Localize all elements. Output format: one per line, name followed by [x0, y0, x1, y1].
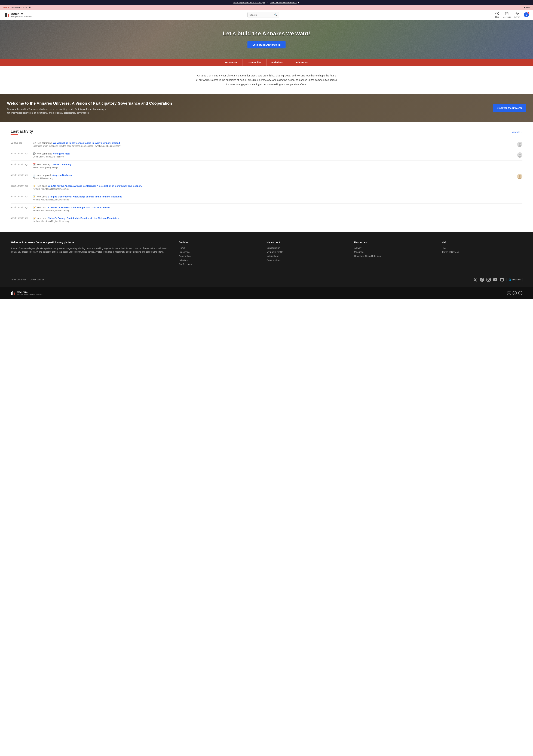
view-all-link[interactable]: View all →	[512, 131, 522, 133]
activity-subtitle-1: Community Composting Initiative	[33, 155, 514, 158]
twitter-icon[interactable]	[473, 278, 477, 282]
assemblies-space-link[interactable]: Go to the Assemblies space!	[270, 1, 296, 4]
activity-link-4[interactable]: Join Us for the Annares Annual Conferenc…	[48, 185, 143, 187]
language-selector[interactable]: 🌐 English ▾	[507, 278, 522, 282]
footer-tos-link[interactable]: Terms of Service	[11, 279, 26, 281]
footer-link-faq[interactable]: FAQ	[442, 247, 522, 249]
activity-type-line-5: 📝 New post: Bridging Generations: Knowle…	[33, 195, 514, 198]
post-icon-4: 📝	[33, 185, 36, 187]
edit-button[interactable]: Edit ✏	[524, 6, 530, 9]
comment-icon-0: 💬	[33, 142, 36, 144]
search-bar[interactable]: 🔍	[247, 12, 279, 17]
activity-avatar-2	[517, 163, 522, 168]
logo-area[interactable]: decidim free open-source democracy	[4, 12, 32, 17]
footer-link-configuration[interactable]: Configuration	[266, 247, 347, 249]
activity-time-4: about 1 month ago	[11, 185, 30, 187]
footer-logo-text-area: decidim Website made with free software …	[17, 291, 44, 296]
footer-link-initiatives[interactable]: Initiatives	[179, 259, 260, 261]
activity-icon	[515, 12, 519, 15]
hero-btn-icon: ⊞	[278, 43, 281, 46]
dashboard-menu-icon[interactable]: ☰	[29, 6, 31, 9]
meetings-label: Meetings	[503, 16, 511, 18]
nav-processes[interactable]: Processes	[220, 59, 243, 67]
footer-logo-icon	[11, 291, 15, 296]
footer-logo-area: decidim Website made with free software …	[11, 291, 44, 296]
footer-link-profile[interactable]: My public profile	[266, 251, 347, 253]
admin-dashboard-label[interactable]: Admin dashboard	[11, 6, 27, 9]
banner-arrow: ▶	[298, 1, 300, 4]
activity-avatar-5	[517, 195, 522, 201]
footer-link-activity[interactable]: Activity	[354, 247, 435, 249]
svg-rect-1	[6, 13, 7, 17]
instagram-icon[interactable]	[487, 278, 491, 282]
activity-nav-item[interactable]: Activity	[514, 12, 520, 18]
github-icon[interactable]	[500, 278, 504, 282]
cc-by-icon: ⊕	[513, 291, 517, 295]
footer-link-conferences[interactable]: Conferences	[179, 263, 260, 265]
activity-time-6: about 1 month ago	[11, 206, 30, 208]
activity-content-0: 💬 New comment: We would like to have che…	[33, 142, 514, 147]
footer-link-opendata[interactable]: Download Open Data files	[354, 255, 435, 257]
activity-subtitle-2: Sedep Participatory Budget	[33, 166, 514, 169]
activity-time-0: 12 days ago	[11, 142, 30, 144]
footer-decidim-col: Decidim Home Processes Assemblies Initia…	[179, 241, 260, 267]
footer-link-notifications[interactable]: Notifications	[266, 255, 347, 257]
activity-link-0[interactable]: We would like to have chess tables in ev…	[53, 142, 121, 144]
activity-section: Last activity View all → 12 days ago 💬 N…	[0, 122, 533, 232]
footer-link-conversations[interactable]: Conversations	[266, 259, 347, 261]
hero-section: Let's build the Annares we want! Let's b…	[0, 20, 533, 59]
help-label: Help	[495, 16, 499, 18]
meetings-nav-item[interactable]: Meetings	[503, 12, 511, 18]
activity-link-1[interactable]: Very good idea!	[53, 152, 70, 155]
footer-social: 🌐 English ▾	[473, 278, 522, 282]
activity-link-2[interactable]: Disctrit 2 meeting	[52, 163, 71, 166]
activity-link-5[interactable]: Bridging Generations: Knowledge Sharing …	[48, 195, 122, 198]
footer-link-tos[interactable]: Terms of Service	[442, 251, 522, 253]
facebook-icon[interactable]	[480, 278, 484, 282]
activity-link-3[interactable]: Augusta Bechtelar	[52, 174, 72, 176]
activity-title: Last activity	[11, 129, 33, 135]
activity-link-7[interactable]: Nature's Bounty: Sustainable Practices i…	[48, 217, 119, 220]
activity-type-line-3: 📄 New proposal: Augusta Bechtelar	[33, 174, 514, 176]
admin-bar: Admin Admin dashboard ☰ Edit ✏	[0, 5, 533, 10]
universe-section: Welcome to the Annares Universe: A Visio…	[0, 94, 533, 122]
activity-avatar-7	[517, 217, 522, 222]
nav-conferences[interactable]: Conferences	[288, 59, 313, 67]
nav-initiatives[interactable]: Initiatives	[266, 59, 288, 67]
activity-content-6: 📝 New post: Artisans of Annares: Celebra…	[33, 206, 514, 212]
search-input[interactable]	[249, 14, 273, 16]
hero-title: Let's build the Annares we want!	[223, 30, 310, 37]
footer-link-home[interactable]: Home	[179, 247, 260, 249]
nav-assemblies[interactable]: Assemblies	[243, 59, 266, 67]
footer-bottom: Terms of Service Cookie settings	[11, 274, 522, 282]
footer-cookie-link[interactable]: Cookie settings	[30, 279, 44, 281]
hero-cta-button[interactable]: Let's build Annares ⊞	[247, 41, 285, 48]
description-text: Annares Commons is your planetary platfo…	[196, 73, 337, 87]
meetings-icon	[505, 12, 509, 15]
activity-type-6: New post:	[37, 206, 47, 209]
activity-subtitle-4: Nethera Mountains Regional Assembly	[33, 188, 514, 190]
youtube-icon[interactable]	[493, 278, 497, 282]
footer-logo-sub[interactable]: Website made with free software ↗	[17, 294, 44, 296]
svg-point-17	[519, 175, 521, 177]
footer-help-col: Help FAQ Terms of Service	[442, 241, 522, 267]
activity-link-6[interactable]: Artisans of Annares: Celebrating Local C…	[48, 206, 110, 209]
comment-icon-1: 💬	[33, 152, 36, 155]
discover-universe-button[interactable]: Discover the universe	[493, 104, 526, 112]
activity-type-line-6: 📝 New post: Artisans of Annares: Celebra…	[33, 206, 514, 209]
footer-link-meetings[interactable]: Meetings	[354, 251, 435, 253]
svg-point-11	[519, 143, 521, 145]
footer-link-assemblies[interactable]: Assemblies	[179, 255, 260, 257]
logo-icon	[4, 12, 10, 17]
footer-help-heading: Help	[442, 241, 522, 244]
top-banner: Want to join your local assembly? → Go t…	[0, 0, 533, 5]
user-avatar[interactable]: S	[524, 12, 529, 17]
logo-sub: free open-source democracy	[11, 16, 32, 17]
activity-avatar-1	[517, 152, 522, 158]
footer-link-processes[interactable]: Processes	[179, 251, 260, 253]
help-nav-item[interactable]: Help	[495, 12, 499, 18]
svg-rect-2	[8, 14, 9, 17]
footer-resources-heading: Resources	[354, 241, 435, 244]
activity-type-line-7: 📝 New post: Nature's Bounty: Sustainable…	[33, 217, 514, 220]
join-assembly-link[interactable]: Want to join your local assembly?	[233, 1, 265, 4]
